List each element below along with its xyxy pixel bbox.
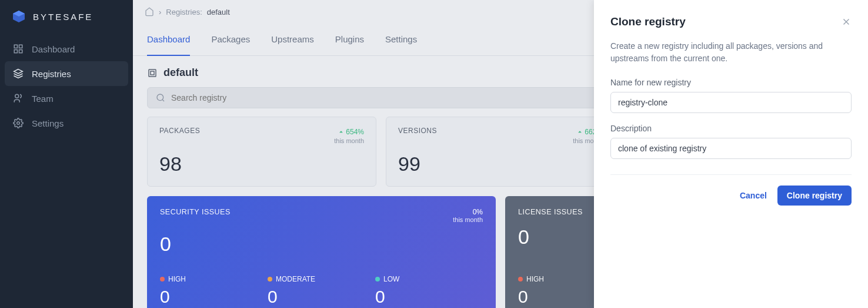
sec-high-val: 0 bbox=[160, 287, 268, 307]
clone-registry-panel: Clone registry Create a new registry inc… bbox=[594, 0, 868, 308]
packages-value: 98 bbox=[159, 153, 364, 175]
svg-rect-2 bbox=[14, 50, 17, 53]
tab-plugins[interactable]: Plugins bbox=[335, 24, 364, 55]
svg-rect-8 bbox=[151, 71, 154, 75]
search-icon bbox=[156, 93, 165, 102]
dot-low-icon bbox=[375, 277, 380, 281]
sidebar-item-label: Registries bbox=[32, 69, 71, 79]
sidebar-item-team[interactable]: Team bbox=[5, 86, 128, 111]
cancel-button[interactable]: Cancel bbox=[740, 191, 767, 200]
packages-trend: 654% bbox=[338, 128, 364, 136]
security-trend-sub: this month bbox=[453, 216, 483, 223]
close-icon[interactable] bbox=[841, 16, 852, 27]
svg-point-6 bbox=[17, 122, 20, 125]
page-title-text: default bbox=[163, 67, 198, 79]
sidebar: BYTESAFE Dashboard Registries Team Setti… bbox=[0, 0, 133, 308]
dashboard-icon bbox=[13, 44, 24, 54]
registry-icon bbox=[147, 68, 158, 78]
panel-description: Create a new registry including all pack… bbox=[610, 40, 852, 65]
versions-card: VERSIONS 662% this month 99 bbox=[386, 117, 615, 187]
security-label: SECURITY ISSUES bbox=[160, 208, 231, 223]
panel-divider bbox=[610, 174, 852, 175]
dot-moderate-icon bbox=[268, 277, 272, 281]
sec-mod-val: 0 bbox=[268, 287, 375, 307]
sidebar-nav: Dashboard Registries Team Settings bbox=[0, 33, 133, 139]
dot-high-icon bbox=[518, 277, 523, 281]
layers-icon bbox=[13, 68, 24, 79]
security-issues-card: SECURITY ISSUES 0% this month 0 HIGH 0 M… bbox=[147, 196, 496, 308]
sidebar-item-registries[interactable]: Registries bbox=[5, 61, 128, 86]
sidebar-item-label: Team bbox=[32, 94, 54, 104]
lic-high-label: HIGH bbox=[526, 275, 544, 283]
registry-description-input[interactable] bbox=[610, 138, 852, 159]
license-label: LICENSE ISSUES bbox=[518, 208, 583, 216]
packages-card: PACKAGES 654% this month 98 bbox=[147, 117, 376, 187]
brand-logo[interactable]: BYTESAFE bbox=[0, 0, 133, 33]
tab-upstreams[interactable]: Upstreams bbox=[271, 24, 314, 55]
chevron-right-icon: › bbox=[159, 8, 161, 16]
description-field-label: Description bbox=[610, 124, 852, 133]
registry-name-input[interactable] bbox=[610, 92, 852, 113]
tab-settings[interactable]: Settings bbox=[385, 24, 417, 55]
team-icon bbox=[13, 93, 24, 104]
sidebar-item-dashboard[interactable]: Dashboard bbox=[5, 37, 128, 61]
packages-label: PACKAGES bbox=[159, 127, 200, 135]
security-value: 0 bbox=[160, 233, 483, 256]
sidebar-item-label: Settings bbox=[32, 118, 64, 128]
sec-low-val: 0 bbox=[375, 287, 483, 307]
bytesafe-logo-icon bbox=[12, 9, 26, 24]
sidebar-item-label: Dashboard bbox=[32, 44, 75, 54]
dot-high-icon bbox=[160, 277, 165, 281]
svg-rect-3 bbox=[19, 50, 22, 53]
clone-registry-button[interactable]: Clone registry bbox=[777, 186, 852, 206]
packages-trend-sub: this month bbox=[334, 137, 364, 144]
sec-low-label: LOW bbox=[383, 275, 399, 283]
tab-dashboard[interactable]: Dashboard bbox=[147, 24, 190, 56]
breadcrumb-label[interactable]: Registries: bbox=[166, 8, 202, 16]
breadcrumb-current: default bbox=[207, 8, 230, 16]
home-icon[interactable] bbox=[145, 7, 154, 16]
sec-mod-label: MODERATE bbox=[276, 275, 315, 283]
svg-rect-0 bbox=[14, 45, 17, 48]
svg-line-10 bbox=[162, 100, 164, 101]
name-field-label: Name for new registry bbox=[610, 78, 852, 87]
gear-icon bbox=[13, 118, 24, 128]
svg-rect-1 bbox=[19, 45, 22, 48]
svg-rect-7 bbox=[149, 69, 156, 77]
sidebar-item-settings[interactable]: Settings bbox=[5, 111, 128, 135]
sec-high-label: HIGH bbox=[168, 275, 186, 283]
tab-packages[interactable]: Packages bbox=[211, 24, 250, 55]
trend-up-icon bbox=[338, 129, 344, 135]
panel-title: Clone registry bbox=[610, 15, 686, 28]
svg-marker-4 bbox=[14, 69, 23, 74]
versions-label: VERSIONS bbox=[398, 127, 437, 135]
brand-text: BYTESAFE bbox=[33, 12, 93, 22]
security-trend: 0% bbox=[453, 208, 483, 216]
trend-up-icon bbox=[577, 129, 583, 135]
svg-point-9 bbox=[157, 94, 163, 101]
svg-point-5 bbox=[15, 94, 19, 98]
versions-value: 99 bbox=[398, 153, 603, 175]
